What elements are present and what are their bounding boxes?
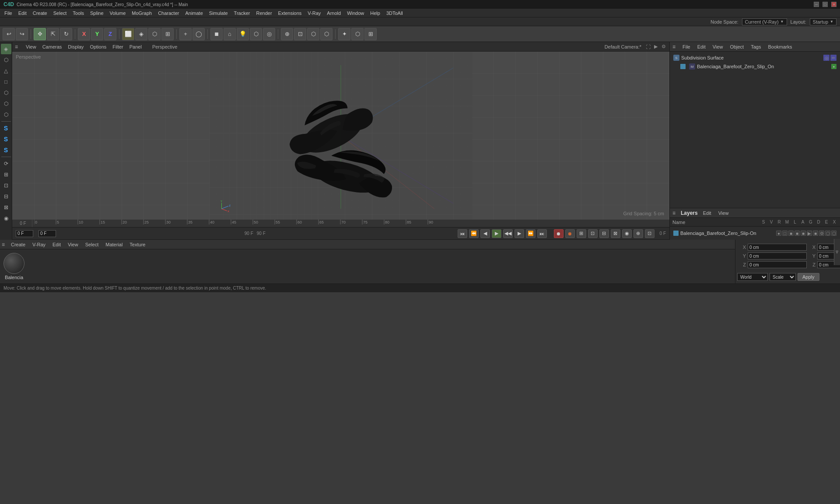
sidebar-tool-view2[interactable]: ⊟	[1, 191, 11, 202]
layer-vis-4[interactable]: ■	[794, 231, 800, 236]
motion-clip[interactable]: ⊞	[577, 229, 586, 238]
record-button[interactable]: ⏺	[554, 229, 564, 238]
next-key-button[interactable]: ⏩	[526, 229, 536, 238]
camera-obj[interactable]: ⌂	[224, 28, 236, 40]
mat-create[interactable]: Create	[8, 242, 28, 248]
sidebar-tool-6[interactable]: ⬡	[1, 98, 11, 109]
generator-obj[interactable]: ◎	[263, 28, 275, 40]
sidebar-tool-poly[interactable]: □	[1, 77, 11, 87]
material-item-balenciaga[interactable]: Balencia	[4, 253, 24, 280]
viewport-menu-options[interactable]: Options	[87, 44, 109, 50]
menu-item-tracker[interactable]: Tracker	[231, 9, 253, 18]
sidebar-tool-7[interactable]: ⬡	[1, 109, 11, 120]
obj-vis-icon[interactable]: ◎	[823, 55, 830, 61]
sidebar-tool-grid[interactable]: ⊞	[1, 169, 11, 180]
mat-texture[interactable]: Texture	[127, 242, 148, 248]
mat-edit[interactable]: Edit	[50, 242, 63, 248]
obj-vis-mesh[interactable]: ●	[831, 64, 836, 69]
sidebar-tool-circle[interactable]: ◉	[1, 213, 11, 224]
layer-item-balenciaga[interactable]: Balenciaga_Barefoot_Zero_Slip-On ● □ ■ ■…	[672, 228, 838, 238]
scale-select[interactable]: Scale	[770, 273, 796, 281]
menu-item-select[interactable]: Select	[51, 9, 70, 18]
timeline-ruler[interactable]: 0 F 051015202530354045505560657075808590	[12, 220, 669, 228]
mat-menu-icon[interactable]: ≡	[2, 242, 5, 248]
sidebar-tool-s1[interactable]: S	[1, 123, 11, 133]
move-tool[interactable]: ✥	[34, 28, 46, 40]
viewport-menu-filter[interactable]: Filter	[110, 44, 126, 50]
menu-item-file[interactable]: File	[2, 9, 15, 18]
coord-system-select[interactable]: World Object Local	[737, 273, 768, 281]
render-btn[interactable]: ◯	[192, 28, 205, 40]
viewport-icon-expand[interactable]: ⛶	[645, 44, 651, 50]
layer-vis-5[interactable]: ■	[801, 231, 806, 236]
render-view[interactable]: ⬡	[351, 28, 364, 40]
node-space-value[interactable]: Current (V-Ray) ▼	[742, 18, 787, 25]
viewport-icon-config[interactable]: ⚙	[661, 44, 667, 50]
prev-frame-button[interactable]: ◀	[480, 229, 490, 238]
z-axis-button[interactable]: Z	[104, 28, 116, 40]
prev-key-button[interactable]: ⏪	[469, 229, 479, 238]
obj-mgr-edit[interactable]: Edit	[696, 44, 707, 50]
mat-select[interactable]: Select	[83, 242, 102, 248]
mat-material[interactable]: Material	[103, 242, 125, 248]
apply-button[interactable]: Apply	[798, 273, 819, 281]
viewport-canvas[interactable]: Z Y X Perspective Grid Spacing: 5 cm	[12, 52, 669, 220]
render-settings[interactable]: ✦	[338, 28, 350, 40]
menu-item-animate[interactable]: Animate	[182, 9, 205, 18]
sidebar-tool-5[interactable]: ⬡	[1, 88, 11, 98]
layer-tool[interactable]: ⬡	[320, 28, 332, 40]
layer-vis-9[interactable]: ⬡	[825, 231, 830, 236]
cube-prim[interactable]: ■	[210, 28, 223, 40]
menu-item-spline[interactable]: Spline	[88, 9, 106, 18]
menu-item-volume[interactable]: Volume	[107, 9, 129, 18]
point-mode[interactable]: ⊞	[161, 28, 174, 40]
viewport-menu-panel[interactable]: Panel	[127, 44, 144, 50]
layout-value[interactable]: Startup ▼	[810, 18, 836, 25]
motion-6[interactable]: ⊕	[634, 229, 643, 238]
viewport-menu-view[interactable]: View	[23, 44, 39, 50]
sidebar-tool-tex[interactable]: ⬡	[1, 55, 11, 65]
z-position-input[interactable]	[748, 261, 807, 268]
new-object[interactable]: +	[179, 28, 192, 40]
menu-item-arnold[interactable]: Arnold	[324, 9, 343, 18]
menu-item-window[interactable]: Window	[344, 9, 367, 18]
sidebar-tool-model[interactable]: ◈	[1, 44, 11, 54]
motion-4[interactable]: ⊠	[611, 229, 620, 238]
layer-vis-8[interactable]: ⚙	[819, 231, 824, 236]
layer-vis-3[interactable]: ■	[788, 231, 794, 236]
snap-tool[interactable]: ⊕	[281, 28, 293, 40]
motion-2[interactable]: ⊡	[588, 229, 598, 238]
close-button[interactable]: ✕	[831, 2, 836, 7]
x-position-input[interactable]	[748, 244, 807, 251]
edge-mode[interactable]: ⬡	[148, 28, 161, 40]
viewport-menu-cameras[interactable]: Cameras	[40, 44, 65, 50]
minimize-button[interactable]: ─	[814, 2, 819, 7]
scale-tool[interactable]: ⇱	[47, 28, 59, 40]
menu-item-v-ray[interactable]: V-Ray	[305, 9, 323, 18]
menu-item-simulate[interactable]: Simulate	[206, 9, 231, 18]
layer-vis-2[interactable]: □	[782, 231, 788, 236]
menu-item-character[interactable]: Character	[155, 9, 182, 18]
x-axis-button[interactable]: X	[78, 28, 90, 40]
sidebar-tool-s3[interactable]: S	[1, 145, 11, 155]
texture-tool[interactable]: ⊡	[294, 28, 306, 40]
object-mode[interactable]: ⬜	[122, 28, 134, 40]
obj-mgr-menu-icon[interactable]: ≡	[672, 44, 676, 50]
viewport-menu-display[interactable]: Display	[65, 44, 86, 50]
material-tool[interactable]: ⬡	[307, 28, 319, 40]
obj-mgr-view[interactable]: View	[711, 44, 725, 50]
frame-start-input[interactable]	[16, 230, 33, 237]
auto-key-button[interactable]: ⏺	[565, 229, 575, 238]
y-axis-button[interactable]: Y	[91, 28, 103, 40]
mat-vray[interactable]: V-Ray	[30, 242, 48, 248]
sidebar-tool-view1[interactable]: ⊡	[1, 180, 11, 191]
sidebar-tool-s2[interactable]: S	[1, 134, 11, 144]
menu-item-extensions[interactable]: Extensions	[276, 9, 304, 18]
obj-edit-icon[interactable]: ✏	[830, 55, 836, 61]
light-obj[interactable]: 💡	[237, 28, 249, 40]
deformer-obj[interactable]: ⬡	[250, 28, 262, 40]
obj-item-subdivision[interactable]: S Subdivision Surface ◎ ✏	[672, 53, 838, 62]
motion-5[interactable]: ◉	[622, 229, 632, 238]
menu-item-create[interactable]: Create	[30, 9, 50, 18]
next-frame-button[interactable]: ▶	[514, 229, 524, 238]
